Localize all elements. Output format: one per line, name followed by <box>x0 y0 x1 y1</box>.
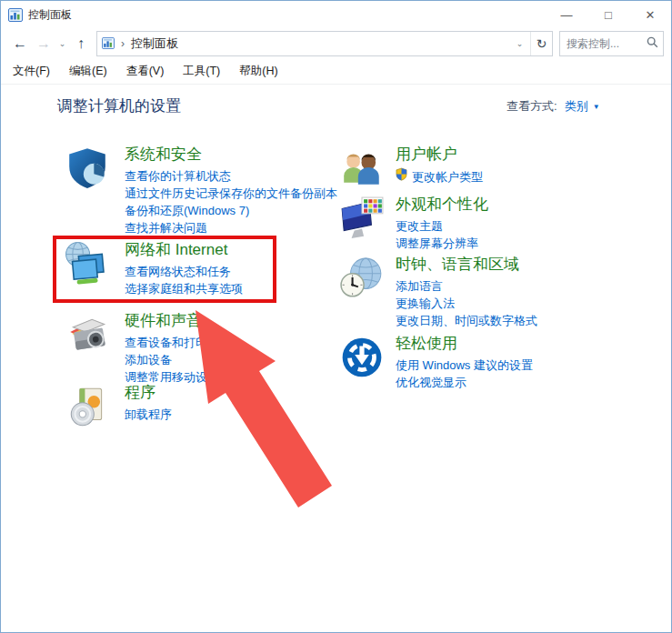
category-title-programs[interactable]: 程序 <box>125 383 172 402</box>
uac-shield-icon <box>396 167 407 186</box>
page-title: 调整计算机的设置 <box>57 95 181 116</box>
clock-language-region-icon[interactable] <box>339 256 385 329</box>
address-bar[interactable]: › 控制面板 ⌄ ↻ <box>96 31 553 56</box>
task-link[interactable]: 调整屏幕分辨率 <box>396 235 488 252</box>
user-accounts-icon[interactable] <box>339 146 385 195</box>
search-box[interactable] <box>559 31 664 56</box>
category-title-clock-region[interactable]: 时钟、语言和区域 <box>396 255 537 274</box>
category-title-user-accounts[interactable]: 用户帐户 <box>396 145 483 164</box>
task-link[interactable]: 查看你的计算机状态 <box>125 167 337 185</box>
task-link-admin[interactable]: 更改帐户类型 <box>396 167 483 186</box>
view-by-dropdown-icon[interactable]: ▼ <box>593 103 600 111</box>
category-system-security: 系统和安全 查看你的计算机状态 通过文件历史记录保存你的文件备份副本 备份和还原… <box>65 145 337 236</box>
refresh-icon[interactable]: ↻ <box>530 32 552 55</box>
view-by-label: 查看方式: <box>507 98 557 115</box>
category-programs: 程序 卸载程序 <box>65 383 172 433</box>
category-hardware-sound: 硬件和声音 查看设备和打印机 添加设备 调整常用移动设置 <box>65 311 219 386</box>
back-button[interactable]: ← <box>8 32 32 55</box>
task-link[interactable]: 查看网络状态和任务 <box>125 263 243 280</box>
menu-file[interactable]: 文件(F) <box>10 62 53 81</box>
up-button[interactable]: ↑ <box>69 32 93 55</box>
task-link[interactable]: 更换输入法 <box>396 295 537 312</box>
navigation-bar: ← → ⌄ ↑ › 控制面板 ⌄ ↻ <box>1 28 671 58</box>
category-title-ease-of-access[interactable]: 轻松使用 <box>396 334 533 353</box>
task-link[interactable]: 选择家庭组和共享选项 <box>125 280 243 297</box>
category-network-internet: 网络和 Internet 查看网络状态和任务 选择家庭组和共享选项 <box>65 240 243 297</box>
category-appearance-personalization: 外观和个性化 更改主题 调整屏幕分辨率 <box>339 195 488 252</box>
task-link[interactable]: 查看设备和打印机 <box>125 334 219 351</box>
view-by-value[interactable]: 类别 <box>565 98 588 115</box>
system-security-icon[interactable] <box>65 146 110 236</box>
category-title-hardware-sound[interactable]: 硬件和声音 <box>125 311 219 330</box>
breadcrumb[interactable]: 控制面板 <box>131 35 178 52</box>
breadcrumb-control-panel-icon <box>102 37 115 49</box>
close-button[interactable]: ✕ <box>629 1 671 28</box>
network-internet-icon[interactable] <box>65 241 110 297</box>
hardware-sound-icon[interactable] <box>65 312 110 386</box>
control-panel-icon <box>8 8 23 22</box>
search-input[interactable] <box>565 36 647 51</box>
menu-edit[interactable]: 编辑(E) <box>66 62 110 81</box>
task-link[interactable]: 通过文件历史记录保存你的文件备份副本 <box>125 185 337 202</box>
category-title-network-internet[interactable]: 网络和 Internet <box>125 240 243 259</box>
menu-tools[interactable]: 工具(T) <box>180 62 223 81</box>
programs-icon[interactable] <box>65 384 110 433</box>
task-link[interactable]: 添加语言 <box>396 277 537 295</box>
task-link[interactable]: 更改主题 <box>396 217 488 235</box>
window-title: 控制面板 <box>28 7 72 23</box>
menu-help[interactable]: 帮助(H) <box>236 62 280 81</box>
forward-button[interactable]: → <box>32 32 55 55</box>
task-link[interactable]: 备份和还原(Windows 7) <box>125 202 337 219</box>
control-panel-window: 控制面板 — □ ✕ ← → ⌄ ↑ › 控制面板 ⌄ <box>0 0 672 633</box>
title-bar: 控制面板 — □ ✕ <box>1 1 671 28</box>
category-clock-language-region: 时钟、语言和区域 添加语言 更换输入法 更改日期、时间或数字格式 <box>339 255 537 329</box>
category-user-accounts: 用户帐户 更改帐户类型 <box>339 145 483 195</box>
category-title-appearance[interactable]: 外观和个性化 <box>396 195 488 214</box>
category-ease-of-access: 轻松使用 使用 Windows 建议的设置 优化视觉显示 <box>339 334 533 391</box>
minimize-button[interactable]: — <box>546 1 587 28</box>
history-dropdown-icon[interactable]: ⌄ <box>55 39 69 48</box>
menu-view[interactable]: 查看(V) <box>124 62 167 81</box>
maximize-button[interactable]: □ <box>587 1 629 28</box>
task-link[interactable]: 优化视觉显示 <box>396 374 533 391</box>
address-dropdown-icon[interactable]: ⌄ <box>509 32 530 55</box>
task-link[interactable]: 查找并解决问题 <box>125 219 337 236</box>
breadcrumb-chevron-icon[interactable]: › <box>121 37 125 50</box>
search-icon[interactable] <box>647 35 658 52</box>
menu-bar: 文件(F) 编辑(E) 查看(V) 工具(T) 帮助(H) <box>1 58 671 85</box>
task-link[interactable]: 添加设备 <box>125 351 219 368</box>
appearance-personalization-icon[interactable] <box>339 196 385 252</box>
view-by-control: 查看方式: 类别 ▼ <box>507 98 600 115</box>
task-link[interactable]: 使用 Windows 建议的设置 <box>396 357 533 374</box>
ease-of-access-icon[interactable] <box>339 335 385 391</box>
task-link[interactable]: 卸载程序 <box>125 406 172 423</box>
task-link[interactable]: 更改日期、时间或数字格式 <box>396 312 537 329</box>
category-title-system-security[interactable]: 系统和安全 <box>125 145 337 164</box>
